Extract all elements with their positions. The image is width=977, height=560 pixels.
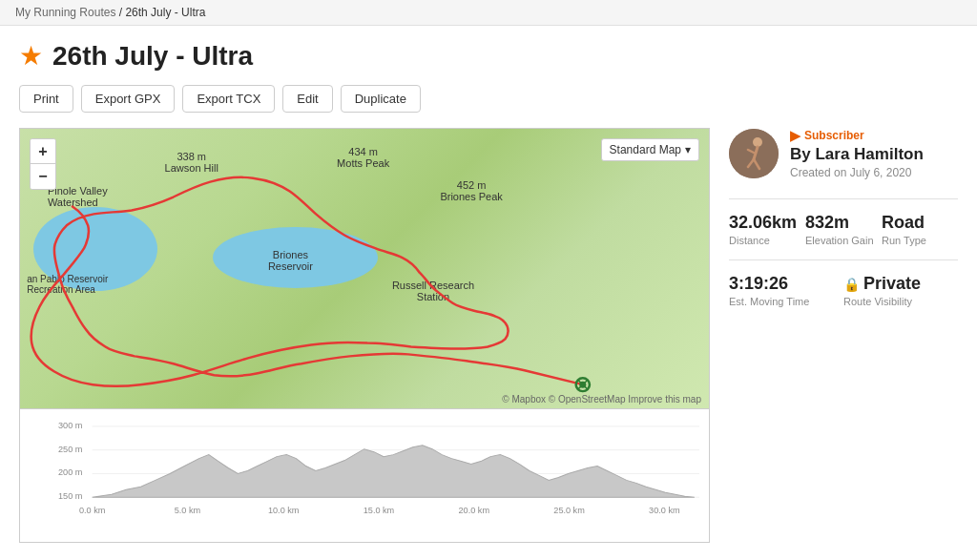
zoom-in-button[interactable]: + <box>31 139 55 164</box>
svg-text:5.0 km: 5.0 km <box>175 506 200 515</box>
user-name[interactable]: By Lara Hamilton <box>790 145 958 164</box>
stat-elevation: 832m Elevation Gain <box>805 213 882 246</box>
stat-elevation-value: 832m <box>805 213 882 233</box>
stat-visibility-value: Private <box>863 274 921 294</box>
zoom-out-button[interactable]: − <box>31 164 55 189</box>
svg-text:15.0 km: 15.0 km <box>364 506 395 515</box>
map-zoom-controls: + − <box>30 138 56 190</box>
duplicate-button[interactable]: Duplicate <box>341 85 421 113</box>
export-tcx-button[interactable]: Export TCX <box>182 85 275 113</box>
chevron-down-icon: ▾ <box>685 143 691 156</box>
title-row: ★ 26th July - Ultra <box>19 41 958 72</box>
user-info: ▶ Subscriber By Lara Hamilton Created on… <box>790 128 958 179</box>
stats-grid-secondary: 3:19:26 Est. Moving Time 🔒 Private Route… <box>729 259 958 307</box>
svg-text:30.0 km: 30.0 km <box>649 506 680 515</box>
main-container: ★ 26th July - Ultra Print Export GPX Exp… <box>0 26 977 558</box>
private-badge: 🔒 Private <box>843 274 958 294</box>
export-gpx-button[interactable]: Export GPX <box>81 85 176 113</box>
breadcrumb: My Running Routes / 26th July - Ultra <box>0 0 977 26</box>
stat-distance: 32.06km Distance <box>729 213 805 246</box>
map-type-label: Standard Map <box>610 143 681 156</box>
subscriber-label: Subscriber <box>804 129 864 142</box>
lock-icon: 🔒 <box>843 277 860 292</box>
page-title: 26th July - Ultra <box>52 41 253 72</box>
elevation-container: 300 m 250 m 200 m 150 m 0.0 km 5.0 km 10… <box>19 409 710 543</box>
elevation-chart-svg: 300 m 250 m 200 m 150 m 0.0 km 5.0 km 10… <box>58 419 699 518</box>
subscriber-badge: ▶ Subscriber <box>790 128 958 143</box>
svg-text:300 m: 300 m <box>58 421 82 430</box>
breadcrumb-separator: / <box>119 6 122 19</box>
stat-run-type-value: Road <box>882 213 958 233</box>
stat-distance-value: 32.06km <box>729 213 805 233</box>
stat-visibility: 🔒 Private Route Visibility <box>843 274 958 307</box>
breadcrumb-current: 26th July - Ultra <box>125 6 205 19</box>
stat-moving-time-value: 3:19:26 <box>729 274 843 294</box>
edit-button[interactable]: Edit <box>282 85 332 113</box>
favorite-star-icon[interactable]: ★ <box>19 43 43 70</box>
svg-text:25.0 km: 25.0 km <box>553 506 585 515</box>
svg-text:10.0 km: 10.0 km <box>268 506 300 515</box>
stats-grid-primary: 32.06km Distance 832m Elevation Gain Roa… <box>729 198 958 246</box>
created-date: Created on July 6, 2020 <box>790 166 958 179</box>
print-button[interactable]: Print <box>19 85 73 113</box>
stat-moving-time-label: Est. Moving Time <box>729 296 843 307</box>
stat-run-type-label: Run Type <box>882 235 958 246</box>
svg-text:20.0 km: 20.0 km <box>459 506 490 515</box>
user-card: ▶ Subscriber By Lara Hamilton Created on… <box>729 128 958 179</box>
map-container[interactable]: + − Standard Map ▾ Pinole Valley Watersh… <box>19 128 710 409</box>
toolbar: Print Export GPX Export TCX Edit Duplica… <box>19 85 958 113</box>
breadcrumb-parent-link[interactable]: My Running Routes <box>15 6 115 19</box>
svg-text:150 m: 150 m <box>58 491 82 501</box>
stat-run-type: Road Run Type <box>882 213 958 246</box>
stat-moving-time: 3:19:26 Est. Moving Time <box>729 274 843 307</box>
svg-text:0.0 km: 0.0 km <box>79 506 105 515</box>
stat-distance-label: Distance <box>729 235 805 246</box>
svg-point-19 <box>753 137 762 147</box>
route-path-svg <box>20 129 709 408</box>
content-area: + − Standard Map ▾ Pinole Valley Watersh… <box>19 128 958 543</box>
map-type-button[interactable]: Standard Map ▾ <box>601 138 699 161</box>
svg-text:200 m: 200 m <box>58 468 82 478</box>
map-attribution: © Mapbox © OpenStreetMap Improve this ma… <box>502 394 701 404</box>
sidebar: ▶ Subscriber By Lara Hamilton Created on… <box>729 128 958 543</box>
stat-visibility-label: Route Visibility <box>843 296 958 307</box>
avatar-image <box>729 129 779 178</box>
avatar <box>729 129 779 178</box>
map-section: + − Standard Map ▾ Pinole Valley Watersh… <box>19 128 710 543</box>
subscriber-icon: ▶ <box>790 128 800 143</box>
stat-elevation-label: Elevation Gain <box>805 235 882 246</box>
svg-text:250 m: 250 m <box>58 445 82 454</box>
